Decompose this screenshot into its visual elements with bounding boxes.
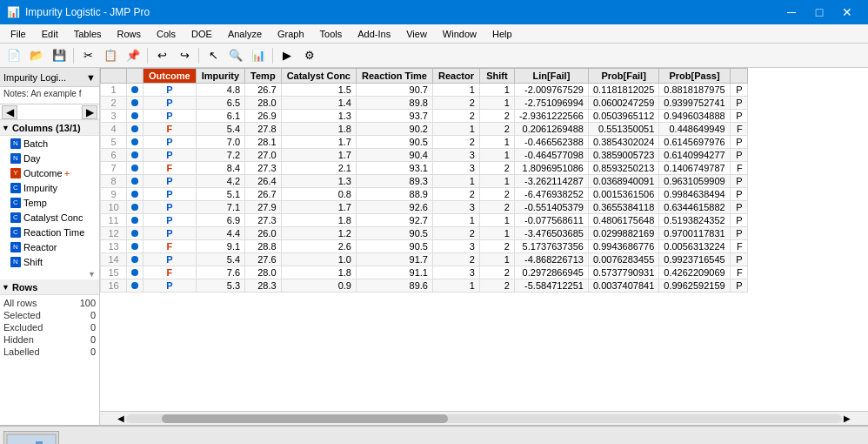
col-header-reactor[interactable]: Reactor: [432, 69, 479, 84]
table-row[interactable]: 4 F 5.4 27.8 1.8 90.2 1 2 0.2061269488 0…: [101, 123, 748, 136]
menu-rows[interactable]: Rows: [110, 27, 149, 41]
col-icon-catalyst: C: [10, 212, 21, 223]
close-button[interactable]: ✕: [833, 0, 861, 24]
columns-section-header[interactable]: ▼ Columns (13/1): [0, 120, 99, 136]
toolbar-cut[interactable]: ✂: [77, 46, 98, 65]
cell-catalyst: 1.2: [281, 227, 356, 240]
cell-impurity: 4.4: [196, 227, 244, 240]
cell-linfail: -6.476938252: [514, 188, 588, 201]
col-item-rxntime[interactable]: C Reaction Time: [0, 225, 99, 239]
toolbar-script[interactable]: ▶: [277, 46, 297, 65]
cell-dot: [127, 123, 144, 136]
cell-rxntime: 93.1: [356, 162, 432, 175]
col-item-batch[interactable]: N Batch: [0, 136, 99, 151]
col-item-day[interactable]: N Day: [0, 151, 99, 165]
menu-doe[interactable]: DOE: [184, 27, 219, 41]
col-item-impurity[interactable]: C Impurity: [0, 180, 99, 195]
toolbar-save[interactable]: 💾: [49, 46, 70, 65]
maximize-button[interactable]: □: [805, 0, 833, 24]
menu-help[interactable]: Help: [485, 27, 519, 41]
cell-extra: P: [730, 175, 747, 188]
cell-extra: F: [730, 123, 747, 136]
col-header-shift[interactable]: Shift: [479, 69, 514, 84]
cell-rxntime: 90.5: [356, 227, 432, 240]
columns-expand-icon[interactable]: ▼: [88, 270, 96, 279]
menu-analyze[interactable]: Analyze: [221, 27, 269, 41]
toolbar-debug[interactable]: ⚙: [299, 46, 320, 65]
col-header-probfail[interactable]: Prob[Fail]: [588, 69, 658, 84]
toolbar-sep-1: [73, 48, 74, 64]
panel-dropdown-icon[interactable]: ▼: [86, 72, 96, 83]
cell-impurity: 7.0: [196, 136, 244, 149]
toolbar-select[interactable]: ↖: [203, 46, 224, 65]
menu-file[interactable]: File: [3, 27, 33, 41]
cell-linfail: -4.868226713: [514, 253, 588, 266]
toolbar-chart[interactable]: 📊: [248, 46, 269, 65]
table-row[interactable]: 5 P 7.0 28.1 1.7 90.5 2 1 -0.466562388 0…: [101, 136, 748, 149]
scroll-right-arrow[interactable]: ▶: [842, 414, 852, 423]
col-header-extra: [730, 69, 747, 84]
table-row[interactable]: 13 F 9.1 28.8 2.6 90.5 3 2 5.1737637356 …: [101, 240, 748, 253]
table-row[interactable]: 16 P 5.3 28.3 0.9 89.6 1 2 -5.584712251 …: [101, 279, 748, 293]
table-row[interactable]: 12 P 4.4 26.0 1.2 90.5 2 1 -3.476503685 …: [101, 227, 748, 240]
toolbar-paste[interactable]: 📌: [123, 46, 144, 65]
menu-tools[interactable]: Tools: [313, 27, 350, 41]
col-item-catalyst[interactable]: C Catalyst Conc: [0, 210, 99, 225]
col-header-catalyst[interactable]: Catalyst Conc: [281, 69, 356, 84]
table-row[interactable]: 14 P 5.4 27.6 1.0 91.7 2 1 -4.868226713 …: [101, 253, 748, 266]
menu-edit[interactable]: Edit: [35, 27, 65, 41]
scroll-track[interactable]: [126, 414, 842, 423]
toolbar-copy[interactable]: 📋: [100, 46, 121, 65]
col-header-rxntime[interactable]: Reaction Time: [356, 69, 432, 84]
nav-prev-arrow[interactable]: ◀: [2, 105, 17, 119]
horizontal-scrollbar[interactable]: ◀ ▶: [100, 411, 868, 425]
menu-cols[interactable]: Cols: [150, 27, 183, 41]
toolbar-zoom[interactable]: 🔍: [225, 46, 246, 65]
col-item-temp[interactable]: C Temp: [0, 195, 99, 210]
menu-view[interactable]: View: [399, 27, 434, 41]
col-header-linfail[interactable]: Lin[Fail]: [514, 69, 588, 84]
toolbar-undo[interactable]: ↩: [151, 46, 172, 65]
toolbar-open[interactable]: 📂: [26, 46, 47, 65]
rows-excluded-val: 0: [90, 322, 96, 333]
toolbar-new[interactable]: 📄: [3, 46, 24, 65]
preview-svg: [5, 433, 57, 444]
cell-linfail: 1.8096951086: [514, 162, 588, 175]
rows-section-header[interactable]: ▼ Rows: [0, 279, 99, 295]
col-header-impurity[interactable]: Impurity: [196, 69, 244, 84]
table-row[interactable]: 3 P 6.1 26.9 1.3 93.7 2 2 -2.9361222566 …: [101, 110, 748, 123]
col-item-outcome[interactable]: Y Outcome +: [0, 165, 99, 180]
table-row[interactable]: 11 P 6.9 27.3 1.8 92.7 1 1 -0.077568611 …: [101, 214, 748, 227]
col-item-shift[interactable]: N Shift: [0, 254, 99, 269]
table-row[interactable]: 8 P 4.2 26.4 1.3 89.3 1 1 -3.262114287 0…: [101, 175, 748, 188]
nav-next-arrow[interactable]: ▶: [82, 105, 97, 119]
toolbar-redo[interactable]: ↪: [174, 46, 195, 65]
table-scroll-container[interactable]: Outcome Impurity Temp Catalyst Conc Reac…: [100, 68, 868, 411]
minimize-button[interactable]: ─: [778, 0, 805, 24]
col-item-reactor[interactable]: N Reactor: [0, 239, 99, 254]
cell-probfail: 0.0299882169: [588, 227, 658, 240]
menu-addins[interactable]: Add-Ins: [351, 27, 397, 41]
cell-probpass: 0.4262209069: [659, 266, 730, 279]
preview-thumbnail[interactable]: [3, 431, 59, 444]
table-row[interactable]: 15 F 7.6 28.0 1.8 91.1 3 2 0.2972866945 …: [101, 266, 748, 279]
table-row[interactable]: 10 P 7.1 27.9 1.7 92.6 3 2 -0.551405379 …: [101, 201, 748, 214]
table-row[interactable]: 7 F 8.4 27.3 2.1 93.1 3 2 1.8096951086 0…: [101, 162, 748, 175]
cell-rxntime: 90.4: [356, 149, 432, 162]
col-header-outcome[interactable]: Outcome: [144, 69, 197, 84]
scroll-thumb[interactable]: [162, 414, 448, 423]
menu-window[interactable]: Window: [436, 27, 484, 41]
cell-outcome: F: [144, 266, 197, 279]
menu-tables[interactable]: Tables: [67, 27, 109, 41]
table-row[interactable]: 1 P 4.8 26.7 1.5 90.7 1 1 -2.009767529 0…: [101, 84, 748, 97]
cell-dot: [127, 227, 144, 240]
col-header-temp[interactable]: Temp: [245, 69, 282, 84]
col-header-probpass[interactable]: Prob[Pass]: [659, 69, 730, 84]
scroll-left-arrow[interactable]: ◀: [116, 414, 126, 423]
col-header-dot: [127, 69, 144, 84]
table-row[interactable]: 9 P 5.1 26.7 0.8 88.9 2 2 -6.476938252 0…: [101, 188, 748, 201]
table-row[interactable]: 6 P 7.2 27.0 1.7 90.4 3 1 -0.464577098 0…: [101, 149, 748, 162]
menu-graph[interactable]: Graph: [270, 27, 311, 41]
table-row[interactable]: 2 P 6.5 28.0 1.4 89.8 2 1 -2.751096994 0…: [101, 97, 748, 110]
cell-temp: 27.3: [245, 162, 282, 175]
